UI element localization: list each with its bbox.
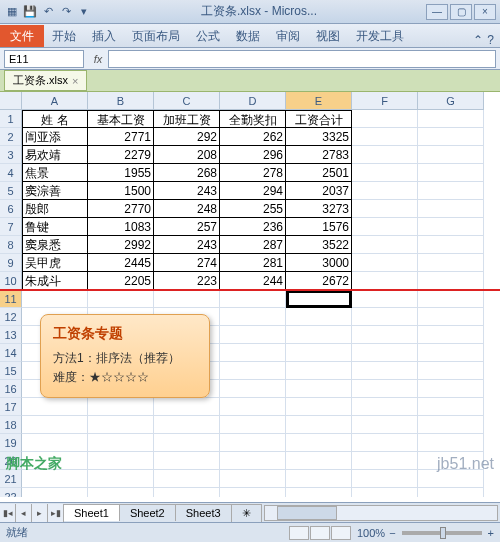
cell[interactable]: 296 xyxy=(220,146,286,164)
cell[interactable] xyxy=(286,416,352,434)
cell[interactable] xyxy=(352,362,418,380)
view-normal-icon[interactable] xyxy=(289,526,309,540)
row-header-18[interactable]: 18 xyxy=(0,416,22,434)
cell[interactable]: 281 xyxy=(220,254,286,272)
cell[interactable] xyxy=(418,164,484,182)
view-layout-icon[interactable] xyxy=(310,526,330,540)
cell[interactable] xyxy=(418,110,484,128)
cell[interactable] xyxy=(418,272,484,290)
cell[interactable] xyxy=(418,434,484,452)
cell[interactable] xyxy=(220,326,286,344)
cell[interactable] xyxy=(352,398,418,416)
cell[interactable] xyxy=(220,362,286,380)
cell[interactable] xyxy=(418,200,484,218)
cell[interactable] xyxy=(154,416,220,434)
cell[interactable]: 吴甲虎 xyxy=(22,254,88,272)
row-header-6[interactable]: 6 xyxy=(0,200,22,218)
cell[interactable]: 窦泉悉 xyxy=(22,236,88,254)
zoom-in-icon[interactable]: + xyxy=(488,527,494,539)
column-header-G[interactable]: G xyxy=(418,92,484,110)
cell[interactable] xyxy=(418,362,484,380)
cell[interactable]: 3522 xyxy=(286,236,352,254)
cell[interactable]: 朱成斗 xyxy=(22,272,88,290)
cell[interactable]: 1083 xyxy=(88,218,154,236)
minimize-ribbon-icon[interactable]: ⌃ xyxy=(473,33,483,47)
fx-icon[interactable]: fx xyxy=(88,53,108,65)
cell[interactable] xyxy=(418,398,484,416)
cell[interactable] xyxy=(88,452,154,470)
cell[interactable] xyxy=(88,416,154,434)
cell[interactable] xyxy=(22,434,88,452)
cell[interactable] xyxy=(352,380,418,398)
cell[interactable] xyxy=(88,290,154,308)
name-box[interactable]: E11 xyxy=(4,50,84,68)
cell[interactable]: 基本工资 xyxy=(88,110,154,128)
column-header-D[interactable]: D xyxy=(220,92,286,110)
tab-insert[interactable]: 插入 xyxy=(84,25,124,47)
cell[interactable] xyxy=(220,434,286,452)
sheet-nav-next-icon[interactable]: ▸ xyxy=(32,504,48,522)
cell[interactable]: 2205 xyxy=(88,272,154,290)
cell[interactable]: 257 xyxy=(154,218,220,236)
row-header-3[interactable]: 3 xyxy=(0,146,22,164)
sheet-tab-2[interactable]: Sheet2 xyxy=(119,504,176,521)
cell[interactable] xyxy=(352,146,418,164)
cell[interactable] xyxy=(352,128,418,146)
cell[interactable]: 殷郎 xyxy=(22,200,88,218)
cell[interactable] xyxy=(286,398,352,416)
row-header-22[interactable]: 22 xyxy=(0,488,22,497)
cell[interactable]: 工资合计 xyxy=(286,110,352,128)
tab-home[interactable]: 开始 xyxy=(44,25,84,47)
cell[interactable] xyxy=(352,452,418,470)
select-all-button[interactable] xyxy=(0,92,22,110)
cell[interactable]: 姓 名 xyxy=(22,110,88,128)
cell[interactable] xyxy=(352,290,418,308)
row-header-12[interactable]: 12 xyxy=(0,308,22,326)
cell[interactable]: 274 xyxy=(154,254,220,272)
cell[interactable] xyxy=(154,488,220,497)
cell[interactable] xyxy=(22,416,88,434)
cell[interactable]: 278 xyxy=(220,164,286,182)
cell[interactable] xyxy=(352,110,418,128)
cell[interactable]: 2783 xyxy=(286,146,352,164)
file-tab[interactable]: 文件 xyxy=(0,25,44,47)
cell[interactable]: 2445 xyxy=(88,254,154,272)
cell[interactable] xyxy=(154,398,220,416)
zoom-out-icon[interactable]: − xyxy=(389,527,395,539)
column-header-C[interactable]: C xyxy=(154,92,220,110)
cell[interactable] xyxy=(352,470,418,488)
cell[interactable] xyxy=(352,488,418,497)
cell[interactable] xyxy=(286,344,352,362)
cell[interactable]: 1955 xyxy=(88,164,154,182)
tab-developer[interactable]: 开发工具 xyxy=(348,25,412,47)
cell[interactable] xyxy=(286,380,352,398)
cell[interactable] xyxy=(418,326,484,344)
cell[interactable]: 3325 xyxy=(286,128,352,146)
cell[interactable] xyxy=(286,308,352,326)
cell[interactable] xyxy=(352,182,418,200)
undo-icon[interactable]: ↶ xyxy=(40,4,56,20)
cell[interactable]: 2279 xyxy=(88,146,154,164)
cell[interactable]: 訚亚添 xyxy=(22,128,88,146)
cell[interactable]: 2037 xyxy=(286,182,352,200)
cell[interactable] xyxy=(220,380,286,398)
cell[interactable] xyxy=(154,434,220,452)
cell[interactable] xyxy=(352,218,418,236)
cell[interactable] xyxy=(88,434,154,452)
cell[interactable]: 焦景 xyxy=(22,164,88,182)
cell[interactable] xyxy=(22,290,88,308)
formula-input[interactable] xyxy=(108,50,496,68)
cell[interactable] xyxy=(286,434,352,452)
cell[interactable]: 292 xyxy=(154,128,220,146)
document-tab-close-icon[interactable]: × xyxy=(72,75,78,87)
cell[interactable] xyxy=(220,488,286,497)
cell[interactable]: 3000 xyxy=(286,254,352,272)
cell[interactable] xyxy=(352,236,418,254)
cell[interactable]: 鲁键 xyxy=(22,218,88,236)
cell[interactable] xyxy=(352,434,418,452)
qat-more-icon[interactable]: ▾ xyxy=(76,4,92,20)
cell[interactable]: 2770 xyxy=(88,200,154,218)
cell[interactable] xyxy=(88,488,154,497)
cell[interactable]: 236 xyxy=(220,218,286,236)
cell[interactable]: 244 xyxy=(220,272,286,290)
